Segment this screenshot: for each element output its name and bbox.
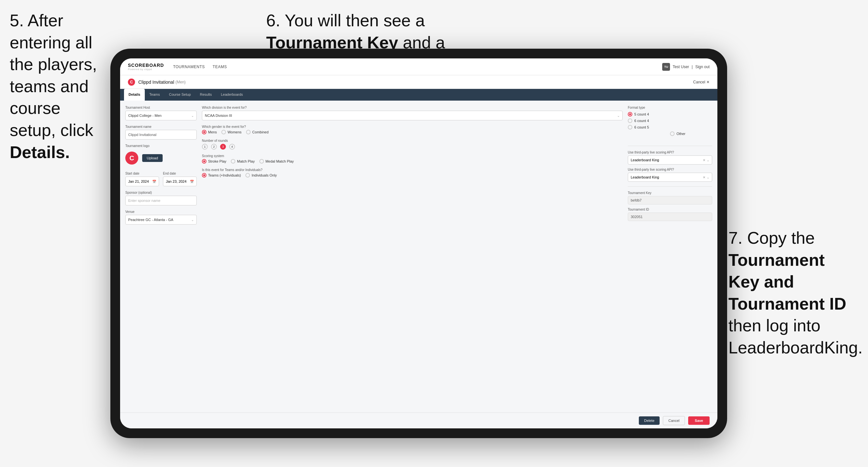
gender-radio-group: Mens Womens Combined	[202, 130, 623, 134]
upload-button[interactable]: Upload	[142, 154, 163, 162]
calendar-icon: 📅	[152, 180, 156, 183]
tab-details[interactable]: Details	[124, 89, 145, 101]
tournament-logo: C	[128, 79, 135, 86]
round-4[interactable]: 4	[229, 144, 235, 150]
teams-radio[interactable]	[202, 173, 207, 178]
venue-input[interactable]: Peachtree GC - Atlanta - GA ⌄	[125, 215, 197, 225]
gender-field: Which gender is the event for? Mens Wome…	[202, 125, 623, 134]
sign-out-link[interactable]: Sign out	[695, 65, 710, 69]
tournament-key-value: befdb7	[628, 196, 712, 205]
divider-2	[628, 186, 712, 187]
tournament-title-bar: C Clippd Invitational (Men) Cancel ✕	[120, 75, 717, 89]
tournament-name-label: Tournament name	[125, 125, 197, 128]
format-6count4[interactable]: 6 count 4	[628, 119, 712, 123]
format-5count4-radio[interactable]	[628, 112, 632, 117]
division-field: Which division is the event for? NCAA Di…	[202, 106, 623, 120]
tab-course-setup[interactable]: Course Setup	[164, 89, 195, 101]
gender-mens-radio[interactable]	[202, 130, 207, 134]
end-date-label: End date	[163, 172, 197, 175]
gender-combined-radio[interactable]	[246, 130, 251, 134]
scoring-stroke-radio[interactable]	[202, 159, 207, 163]
bottom-action-bar: Delete Cancel Save	[120, 412, 717, 428]
logo-upload-area: C Upload	[125, 149, 197, 167]
save-button[interactable]: Save	[688, 416, 710, 425]
scoring-stroke-dot	[203, 160, 205, 162]
sub-tabs-bar: Details Teams Course Setup Results Leade…	[120, 89, 717, 101]
teams-radio-group: Teams (+Individuals) Individuals Only	[202, 173, 623, 178]
sponsor-input[interactable]: Enter sponsor name	[125, 196, 197, 206]
format-other-radio[interactable]	[670, 131, 675, 136]
gender-label: Which gender is the event for?	[202, 125, 623, 128]
sponsor-field: Sponsor (optional) Enter sponsor name	[125, 191, 197, 206]
individuals-only[interactable]: Individuals Only	[245, 173, 277, 178]
round-2[interactable]: 2	[211, 144, 217, 150]
gender-womens[interactable]: Womens	[221, 130, 242, 134]
format-6count5-radio[interactable]	[628, 125, 632, 129]
tournament-host-label: Tournament Host	[125, 106, 197, 110]
app-header: SCOREBOARD Powered by clippd TOURNAMENTS…	[120, 58, 717, 75]
round-4-radio[interactable]: 4	[229, 144, 235, 150]
tournament-host-field: Tournament Host Clippd College - Men ⌄	[125, 106, 197, 120]
round-1-radio[interactable]: 1	[202, 144, 208, 150]
nav-tournaments[interactable]: TOURNAMENTS	[173, 63, 205, 70]
scoring-medal-match[interactable]: Medal Match Play	[259, 159, 294, 163]
live-scoring-1-clear[interactable]: ✕ ⌄	[703, 158, 709, 162]
teams-field: Is this event for Teams and/or Individua…	[202, 168, 623, 178]
individuals-radio[interactable]	[245, 173, 250, 178]
live-scoring-2-label: Use third-party live scoring API?	[628, 168, 712, 172]
round-2-radio[interactable]: 2	[211, 144, 217, 150]
format-other[interactable]: Other	[670, 131, 686, 136]
format-6count4-radio[interactable]	[628, 119, 632, 123]
scoring-radio-group: Stroke Play Match Play Medal Match Play	[202, 159, 623, 163]
main-nav: TOURNAMENTS TEAMS	[173, 63, 662, 70]
scoring-match-play[interactable]: Match Play	[231, 159, 254, 163]
logo-sub: Powered by clippd	[128, 68, 164, 71]
rounds-field: Number of rounds 1 2 3 4	[202, 139, 623, 150]
end-date-input[interactable]: Jan 23, 2024 📅	[163, 177, 197, 186]
scoring-medal-radio[interactable]	[259, 159, 264, 163]
nav-teams[interactable]: TEAMS	[213, 63, 227, 70]
delete-button[interactable]: Delete	[639, 416, 660, 425]
tournament-id-label: Tournament ID	[628, 208, 712, 211]
live-scoring-2-input[interactable]: Leaderboard King ✕ ⌄	[628, 173, 712, 182]
annotation-step5: 5. After entering all the players, teams…	[10, 10, 107, 163]
rounds-label: Number of rounds	[202, 139, 623, 143]
cancel-header-btn[interactable]: Cancel ✕	[693, 80, 710, 84]
center-column: Which division is the event for? NCAA Di…	[202, 106, 623, 407]
division-input[interactable]: NCAA Division III ⌄	[202, 111, 623, 120]
gender-mens[interactable]: Mens	[202, 130, 217, 134]
tournament-gender: (Men)	[176, 80, 186, 84]
gender-womens-radio[interactable]	[221, 130, 226, 134]
tournament-logo-label: Tournament logo	[125, 144, 197, 148]
start-date-input[interactable]: Jan 21, 2024 📅	[125, 177, 159, 186]
round-3[interactable]: 3	[220, 144, 226, 150]
tab-leaderboards[interactable]: Leaderboards	[216, 89, 247, 101]
scoring-field: Scoring system Stroke Play Match Play	[202, 154, 623, 163]
scoring-match-radio[interactable]	[231, 159, 235, 163]
round-1[interactable]: 1	[202, 144, 208, 150]
end-date-field: End date Jan 23, 2024 📅	[163, 172, 197, 186]
tournament-host-input[interactable]: Clippd College - Men ⌄	[125, 111, 197, 120]
scoring-stroke-play[interactable]: Stroke Play	[202, 159, 226, 163]
teams-plus-individuals[interactable]: Teams (+Individuals)	[202, 173, 241, 178]
tournament-name-input[interactable]: Clippd Invitational	[125, 130, 197, 139]
format-5count4[interactable]: 5 count 4	[628, 112, 712, 117]
round-3-radio[interactable]: 3	[220, 144, 226, 150]
sponsor-label: Sponsor (optional)	[125, 191, 197, 194]
live-scoring-2-clear[interactable]: ✕ ⌄	[703, 176, 709, 179]
logo-text: SCOREBOARD	[128, 63, 164, 68]
tournament-id-field: Tournament ID 302051	[628, 208, 712, 221]
format-type-section: Format type 5 count 4 6 count 4 6 count …	[628, 106, 712, 138]
cancel-button[interactable]: Cancel	[663, 416, 685, 425]
division-label: Which division is the event for?	[202, 106, 623, 110]
tab-teams[interactable]: Teams	[145, 89, 164, 101]
teams-label: Is this event for Teams and/or Individua…	[202, 168, 623, 172]
format-6count5[interactable]: 6 count 5	[628, 125, 712, 129]
tournament-name-field: Tournament name Clippd Invitational	[125, 125, 197, 139]
start-date-label: Start date	[125, 172, 159, 175]
venue-chevron-icon: ⌄	[191, 218, 194, 222]
venue-label: Venue	[125, 210, 197, 214]
gender-combined[interactable]: Combined	[246, 130, 269, 134]
live-scoring-1-input[interactable]: Leaderboard King ✕ ⌄	[628, 155, 712, 164]
tab-results[interactable]: Results	[195, 89, 217, 101]
